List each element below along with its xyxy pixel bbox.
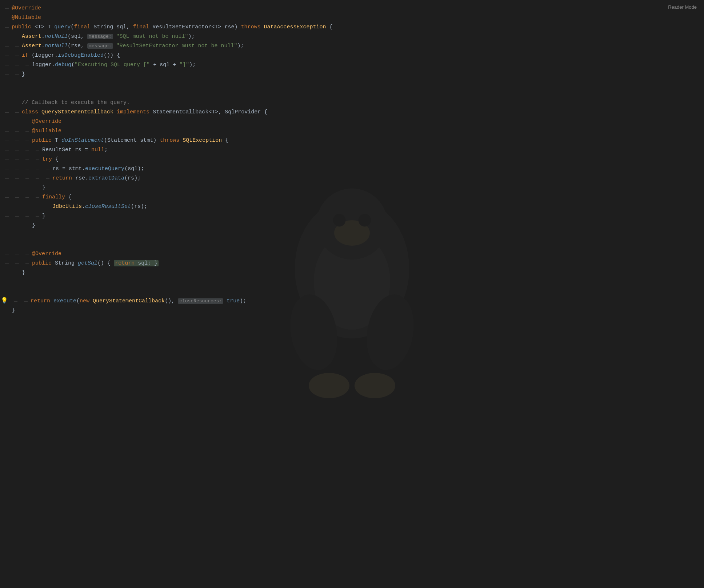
line-content-11: @Override <box>31 117 697 126</box>
line-content-8: } <box>20 70 697 79</box>
line-content-2: @Nullable <box>10 13 697 22</box>
line-content-23: @Override <box>31 250 697 258</box>
line-content-5: Assert.notNull(rse, message: "ResultSetE… <box>20 42 697 51</box>
line-content-26: return execute(new QueryStatementCallbac… <box>29 297 697 306</box>
code-line-2: @Nullable <box>0 13 704 23</box>
bulb-icon[interactable]: 💡 <box>0 297 9 306</box>
code-line-27: } <box>0 306 704 315</box>
line-content-3: public <T> T query(final String sql, fin… <box>10 23 697 32</box>
code-line-8: } <box>0 70 704 79</box>
line-content-22: } <box>31 221 697 230</box>
code-line-21: } <box>0 212 704 221</box>
empty-line-5 <box>0 278 704 287</box>
line-content-25: } <box>20 269 697 277</box>
empty-line-3 <box>0 230 704 240</box>
code-line-13: public T doInStatement(Statement stmt) t… <box>0 136 704 145</box>
empty-line-4 <box>0 240 704 249</box>
line-content-13: public T doInStatement(Statement stmt) t… <box>31 136 697 145</box>
code-line-14: ResultSet rs = null; <box>0 145 704 155</box>
empty-line-2 <box>0 89 704 98</box>
empty-line-6 <box>0 287 704 297</box>
code-line-20: JdbcUtils.closeResultSet(rs); <box>0 202 704 212</box>
code-line-1: @Override <box>0 4 704 13</box>
line-content-27: } <box>10 306 697 315</box>
line-content-15: try { <box>41 155 697 164</box>
line-content-21: } <box>41 212 697 221</box>
empty-line-1 <box>0 79 704 89</box>
code-line-12: @Nullable <box>0 126 704 136</box>
line-content-10: class QueryStatementCallback implements … <box>20 108 697 117</box>
code-line-24: public String getSql() { return sql; } <box>0 259 704 268</box>
code-line-26: 💡 return execute(new QueryStatementCallb… <box>0 297 704 306</box>
svg-point-8 <box>309 373 349 398</box>
code-line-5: Assert.notNull(rse, message: "ResultSetE… <box>0 41 704 51</box>
code-line-11: @Override <box>0 117 704 126</box>
line-content-20: JdbcUtils.closeResultSet(rs); <box>51 202 697 211</box>
line-content-17: return rse.extractData(rs); <box>51 174 697 183</box>
code-line-4: Assert.notNull(sql, message: "SQL must n… <box>0 32 704 41</box>
code-line-3: public <T> T query(final String sql, fin… <box>0 23 704 32</box>
line-content-18: } <box>41 184 697 192</box>
line-content-4: Assert.notNull(sql, message: "SQL must n… <box>20 32 697 41</box>
reader-mode-button[interactable]: Reader Mode <box>668 4 697 11</box>
code-line-22: } <box>0 221 704 230</box>
code-line-18: } <box>0 183 704 193</box>
line-content-14: ResultSet rs = null; <box>41 146 697 154</box>
line-content-9: // Callback to execute the query. <box>20 98 697 107</box>
line-content-7: logger.debug("Executing SQL query [" + s… <box>31 61 697 69</box>
code-editor: @Override @Nullable public <T> T query(f… <box>0 0 704 319</box>
code-line-23: @Override <box>0 249 704 259</box>
code-line-15: try { <box>0 155 704 164</box>
code-line-7: logger.debug("Executing SQL query [" + s… <box>0 60 704 70</box>
line-content-19: finally { <box>41 193 697 202</box>
line-content-12: @Nullable <box>31 127 697 136</box>
code-line-17: return rse.extractData(rs); <box>0 174 704 183</box>
code-line-6: if (logger.isDebugEnabled()) { <box>0 51 704 60</box>
line-content-24: public String getSql() { return sql; } <box>31 259 697 268</box>
code-line-9: // Callback to execute the query. <box>0 98 704 108</box>
line-content-6: if (logger.isDebugEnabled()) { <box>20 51 697 60</box>
line-content-16: rs = stmt.executeQuery(sql); <box>51 165 697 173</box>
line-content-1: @Override <box>10 4 697 13</box>
code-line-16: rs = stmt.executeQuery(sql); <box>0 164 704 174</box>
code-line-19: finally { <box>0 193 704 202</box>
code-line-10: class QueryStatementCallback implements … <box>0 108 704 117</box>
svg-point-9 <box>355 373 395 398</box>
code-line-25: } <box>0 268 704 278</box>
